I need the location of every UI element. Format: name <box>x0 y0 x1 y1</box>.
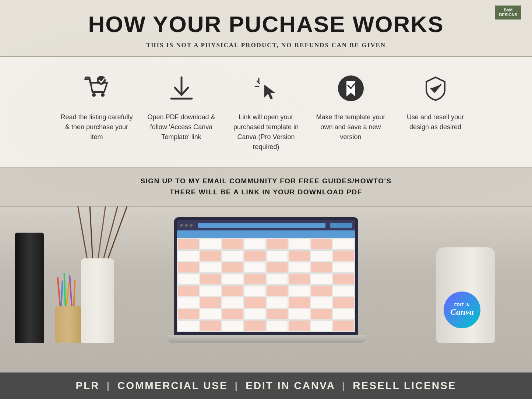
white-vase <box>81 258 114 343</box>
bottom-bar: PLR | COMMERCIAL USE | EDIT IN CANVA | R… <box>0 372 532 399</box>
cursor-icon <box>250 72 283 105</box>
step-5: Use and resell your design as desired <box>393 72 478 132</box>
step-3-text: Link will open your purchased template i… <box>229 112 303 152</box>
browser-dot-3 <box>190 224 193 227</box>
download-icon <box>165 72 198 105</box>
step-4-text: Make the template your own and save a ne… <box>314 112 388 142</box>
cart-icon <box>80 72 113 105</box>
canva-badge: EDIT IN Canva <box>444 292 480 328</box>
bookmark-icon <box>334 72 367 105</box>
page-wrapper: BoM DESIGNS HOW YOUR PUCHASE WORKS THIS … <box>0 0 532 399</box>
bottom-item-resell: RESELL LICENSE <box>353 380 456 391</box>
shield-icon <box>419 72 452 105</box>
laptop-screen <box>174 217 358 335</box>
separator-2: | <box>235 380 243 391</box>
edit-in-text: EDIT IN <box>454 303 470 307</box>
separator-3: | <box>342 380 350 391</box>
bottom-item-commercial: COMMERCIAL USE <box>117 380 228 391</box>
browser-bar <box>177 220 355 230</box>
brand-logo: BoM DESIGNS <box>495 6 521 20</box>
separator-1: | <box>106 380 114 391</box>
laptop-base <box>167 335 366 343</box>
bottom-item-edit: EDIT IN CANVA <box>246 380 335 391</box>
screen-content-bar <box>177 230 355 238</box>
bottom-bar-text: PLR | COMMERCIAL USE | EDIT IN CANVA | R… <box>7 380 525 392</box>
step-2: Open PDF download & follow 'Access Canva… <box>139 72 224 142</box>
svg-point-1 <box>101 93 105 97</box>
canva-text: Canva <box>450 307 474 317</box>
step-2-text: Open PDF download & follow 'Access Canva… <box>145 112 218 142</box>
top-section: BoM DESIGNS HOW YOUR PUCHASE WORKS THIS … <box>0 0 532 57</box>
email-line2: THERE WILL BE A LINK IN YOUR DOWNLOAD PD… <box>7 187 525 198</box>
subtitle: THIS IS NOT A PHYSICAL PRODUCT, NO REFUN… <box>7 42 525 49</box>
laptop <box>174 217 358 343</box>
steps-section: Read the listing carefully & then purcha… <box>0 57 532 167</box>
pencil-cup <box>55 306 81 343</box>
browser-dot-1 <box>180 224 183 227</box>
black-bottle <box>15 233 44 343</box>
browser-dot-2 <box>185 224 188 227</box>
svg-point-0 <box>92 93 96 97</box>
laptop-section: EDIT IN Canva <box>0 206 532 372</box>
bottom-item-plr: PLR <box>76 380 100 391</box>
email-line1: SIGN UP TO MY EMAIL COMMUNITY FOR FREE G… <box>7 176 525 187</box>
email-section: SIGN UP TO MY EMAIL COMMUNITY FOR FREE G… <box>0 167 532 206</box>
step-1: Read the listing carefully & then purcha… <box>54 72 139 142</box>
step-5-text: Use and resell your design as desired <box>399 112 472 132</box>
desk-scene: EDIT IN Canva <box>0 206 532 372</box>
main-title: HOW YOUR PUCHASE WORKS <box>7 11 525 37</box>
step-4: Make the template your own and save a ne… <box>309 72 393 142</box>
screen-grid <box>177 238 355 332</box>
svg-point-2 <box>97 76 106 85</box>
step-3: Link will open your purchased template i… <box>224 72 309 152</box>
step-1-text: Read the listing carefully & then purcha… <box>60 112 134 142</box>
